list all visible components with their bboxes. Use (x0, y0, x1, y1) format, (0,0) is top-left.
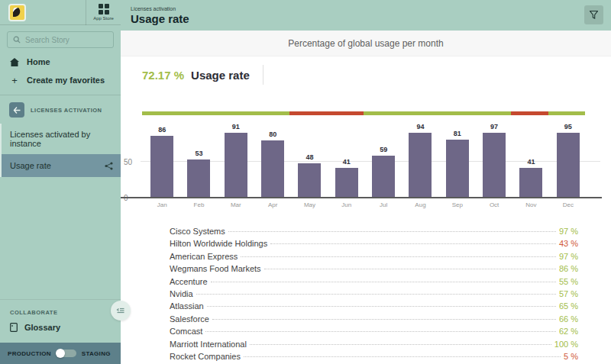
glossary-book-icon (10, 323, 18, 332)
sidebar-item-home[interactable]: Home (0, 53, 121, 71)
content: 72.17 % Usage rate 50 0 8653918048415994… (121, 56, 611, 364)
sidebar-item-glossary[interactable]: Glossary (0, 321, 121, 343)
filter-funnel-icon (590, 11, 598, 19)
strip-segment-Apr (253, 111, 289, 115)
bar-slot-Oct: 97 (476, 123, 512, 198)
bar-value-label: 81 (454, 130, 461, 137)
company-percentage: 65 % (559, 301, 578, 311)
bar-May[interactable] (298, 163, 321, 198)
company-name: Salesforce (170, 314, 209, 324)
company-row[interactable]: Accenture55 % (170, 277, 578, 289)
app-store-grid-icon (99, 4, 109, 14)
strip-segment-Dec (548, 111, 585, 115)
month-label-Jun: Jun (328, 201, 365, 208)
month-label-Sep: Sep (439, 201, 476, 208)
company-name: Comcast (170, 327, 202, 336)
strip-segment-Jan (142, 111, 179, 115)
month-label-Jan: Jan (144, 201, 180, 208)
back-button[interactable] (9, 102, 24, 118)
licenses-activation-section-header: LICENSES ACTIVATION (0, 95, 121, 124)
bar-Aug[interactable] (409, 133, 432, 198)
bar-slot-Jun: 41 (328, 123, 365, 198)
licenses-activation-menu: Licenses activated by instance Usage rat… (0, 124, 121, 177)
bar-slot-Feb: 53 (180, 123, 217, 198)
app-store-button[interactable]: App Store (86, 0, 121, 25)
section-label: LICENSES ACTIVATION (31, 107, 102, 114)
bar-slot-Sep: 81 (439, 123, 476, 198)
bar-Apr[interactable] (261, 140, 284, 198)
bar-slot-Aug: 94 (402, 123, 438, 198)
company-name: Atlassian (170, 301, 204, 311)
strip-segment-Nov (511, 111, 548, 115)
bar-Nov[interactable] (519, 168, 542, 198)
bar-slot-May: 48 (291, 123, 328, 198)
company-percentage: 66 % (559, 314, 578, 324)
chart-plot: 50 0 865391804841599481974195 (142, 123, 600, 198)
bar-value-label: 80 (269, 130, 276, 138)
kpi-value: 72.17 % (142, 69, 184, 82)
month-label-May: May (291, 201, 328, 208)
bar-Jun[interactable] (335, 168, 358, 198)
share-icon[interactable] (105, 162, 113, 170)
sidebar-top-bar: App Store (0, 0, 121, 25)
toggle-knob[interactable] (56, 349, 65, 358)
company-percentage: 86 % (559, 264, 578, 273)
kpi-label: Usage rate (191, 69, 250, 82)
strip-segment-Aug (400, 111, 437, 115)
company-row[interactable]: Marriott International100 % (170, 340, 578, 352)
strip-segment-Feb (179, 111, 215, 115)
page-title: Usage rate (131, 12, 611, 25)
sidebar-item-label: Glossary (24, 323, 60, 332)
collaborate-label: COLLABORATE (0, 309, 121, 321)
sidebar-item-create-favorites[interactable]: + Create my favorites (0, 71, 121, 89)
bar-Dec[interactable] (557, 133, 580, 198)
bar-Jan[interactable] (150, 136, 173, 198)
environment-bar: PRODUCTION STAGING (0, 343, 121, 364)
company-percentage: 100 % (554, 340, 578, 349)
bar-Oct[interactable] (483, 133, 506, 198)
environment-toggle[interactable] (57, 350, 76, 357)
company-name: Wegmans Food Markets (170, 264, 261, 273)
company-row[interactable]: Comcast62 % (170, 327, 578, 339)
chart-subtitle: Percentage of global usage per month (288, 38, 443, 49)
search-input[interactable]: Search Story (7, 31, 114, 48)
collapse-sidebar-button[interactable] (111, 301, 131, 321)
dotted-leader (244, 356, 561, 357)
company-percentage: 62 % (559, 327, 578, 336)
company-name: Hilton Worldwide Holdings (170, 239, 267, 248)
company-row[interactable]: Atlassian65 % (170, 301, 578, 314)
company-row[interactable]: Hilton Worldwide Holdings43 % (170, 239, 578, 251)
bar-value-label: 95 (564, 123, 572, 130)
bar-chart-bars: 865391804841599481974195 (144, 123, 587, 198)
kpi-row: 72.17 % Usage rate (142, 67, 611, 82)
company-row[interactable]: Cisco Systems97 % (170, 227, 578, 239)
company-row[interactable]: Salesforce66 % (170, 314, 578, 327)
company-row[interactable]: Wegmans Food Markets86 % (170, 264, 578, 276)
collapse-list-icon (116, 307, 125, 314)
dotted-leader (196, 294, 556, 295)
company-row[interactable]: American Express97 % (170, 252, 578, 264)
company-row[interactable]: Nvidia57 % (170, 289, 578, 301)
home-icon (10, 58, 19, 66)
sidebar-item-usage-rate[interactable]: Usage rate (2, 154, 121, 177)
collaborate-section: COLLABORATE Glossary (0, 299, 121, 343)
search-placeholder: Search Story (25, 36, 70, 44)
company-row[interactable]: Rocket Companies5 % (170, 352, 578, 364)
company-percentage: 43 % (559, 239, 578, 248)
bar-Feb[interactable] (187, 159, 210, 198)
sidebar-item-licenses-by-instance[interactable]: Licenses activated by instance (2, 124, 121, 154)
bar-slot-Jul: 59 (365, 123, 402, 198)
dotted-leader (228, 231, 556, 232)
app-logo[interactable] (8, 4, 26, 21)
bar-Sep[interactable] (446, 140, 469, 198)
sidebar-item-label: Home (27, 57, 50, 66)
bar-Mar[interactable] (225, 133, 247, 198)
sidebar-item-label: Create my favorites (27, 76, 105, 85)
filter-button[interactable] (584, 5, 603, 24)
search-icon (13, 36, 21, 43)
bar-Jul[interactable] (372, 156, 395, 198)
company-percentage: 97 % (559, 252, 578, 261)
company-name: Accenture (170, 277, 208, 286)
bar-slot-Nov: 41 (512, 123, 549, 198)
y-axis-tick-50: 50 (124, 158, 132, 166)
